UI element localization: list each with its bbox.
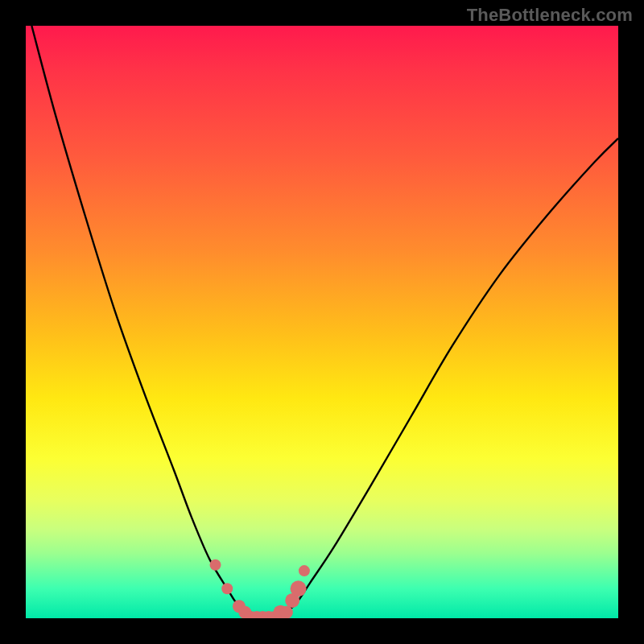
marker-dot [299, 565, 310, 576]
marker-dot [280, 606, 293, 618]
marker-dot [291, 580, 307, 597]
watermark-text: TheBottleneck.com [467, 5, 633, 26]
bottleneck-curve [31, 26, 618, 618]
marker-group [210, 559, 310, 618]
chart-svg [26, 26, 618, 618]
marker-dot [221, 583, 233, 594]
plot-area [26, 26, 618, 618]
chart-frame: TheBottleneck.com [0, 0, 644, 644]
marker-dot [210, 559, 221, 571]
